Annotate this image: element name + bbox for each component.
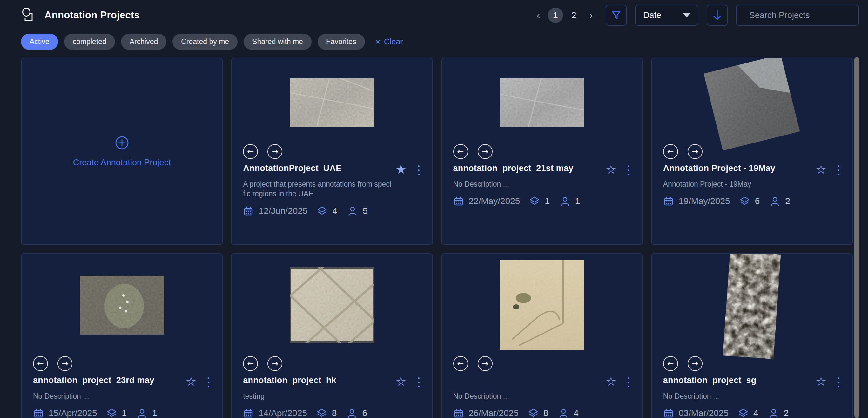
vertical-scrollbar[interactable] [854, 57, 860, 418]
more-options-icon[interactable] [836, 376, 841, 388]
pagination-next-icon[interactable]: › [585, 10, 597, 21]
sort-dropdown[interactable]: Date [635, 5, 699, 26]
members-count: 2 [784, 408, 789, 418]
members-count: 5 [363, 206, 368, 216]
thumbnail-area [442, 259, 642, 351]
layers-count: 8 [544, 408, 549, 418]
next-image-button[interactable]: → [688, 144, 703, 159]
layers-icon [738, 408, 749, 418]
layers-icon [106, 408, 117, 418]
project-card[interactable]: ← → annotation_project_sg ☆ No Descripti… [651, 253, 853, 418]
pagination-prev-icon[interactable]: ‹ [532, 10, 545, 21]
card-content: annotation_project_21st may ☆ No Descrip… [442, 159, 642, 206]
calendar-icon [453, 408, 464, 418]
prev-image-button[interactable]: ← [243, 144, 258, 159]
more-options-icon[interactable] [206, 376, 211, 388]
next-image-button[interactable]: → [688, 356, 703, 371]
favorite-star-icon[interactable]: ☆ [815, 376, 827, 387]
project-date: 22/May/2025 [469, 196, 520, 206]
calendar-icon [663, 196, 674, 206]
project-description: testing [243, 391, 393, 401]
person-icon [347, 206, 358, 217]
prev-image-button[interactable]: ← [663, 356, 678, 371]
project-description: A project that presents annotations from… [243, 179, 393, 199]
calendar-icon [453, 196, 464, 206]
funnel-icon [611, 10, 621, 20]
layers-count: 6 [755, 196, 760, 206]
clear-filters-button[interactable]: × Clear [375, 37, 403, 46]
prev-image-button[interactable]: ← [243, 356, 258, 371]
more-options-icon[interactable] [626, 164, 631, 176]
project-card[interactable]: ← → AnnotationProject_UAE ★ A project th… [231, 58, 433, 245]
layers-icon [528, 408, 539, 418]
favorite-star-icon[interactable]: ★ [395, 164, 406, 175]
favorite-star-icon[interactable]: ☆ [815, 164, 827, 175]
prev-image-button[interactable]: ← [453, 144, 468, 159]
person-icon [346, 408, 357, 418]
project-thumbnail [500, 260, 584, 350]
calendar-icon [663, 408, 674, 418]
next-image-button[interactable]: → [268, 144, 282, 159]
create-annotation-project-card[interactable]: Create Annotation Project [21, 58, 223, 245]
more-options-icon[interactable] [626, 376, 631, 388]
favorite-star-icon[interactable]: ☆ [185, 376, 196, 387]
more-options-icon[interactable] [836, 164, 841, 176]
chip-shared-with-me[interactable]: Shared with me [244, 34, 312, 50]
project-title: annotation_project_21st may [453, 163, 574, 174]
project-title: Annotation Project - 19May [663, 163, 775, 174]
chip-created-by-me[interactable]: Created by me [173, 34, 238, 50]
project-title: AnnotationProject_UAE [243, 163, 341, 174]
thumbnail-area [22, 259, 222, 351]
members-count: 2 [785, 196, 790, 206]
project-thumbnail [80, 276, 164, 334]
person-icon [560, 196, 570, 206]
sort-dropdown-value: Date [643, 10, 661, 20]
project-meta: 12/Jun/2025 4 5 [243, 206, 421, 217]
search-input[interactable] [749, 10, 862, 20]
prev-image-button[interactable]: ← [663, 144, 678, 159]
members-count: 6 [362, 408, 367, 418]
project-card[interactable]: ← → annotation_project_21st may ☆ No Des… [441, 58, 643, 245]
more-options-icon[interactable] [416, 376, 422, 388]
project-title: annotation_project_sg [663, 376, 756, 386]
chip-completed[interactable]: completed [64, 34, 115, 50]
prev-image-button[interactable]: ← [33, 356, 48, 371]
next-image-button[interactable]: → [478, 356, 493, 371]
card-content: annotation_project_23rd may ☆ No Descrip… [22, 371, 222, 418]
project-card[interactable]: ← → annotation_project_23rd may ☆ No Des… [21, 253, 223, 418]
favorite-star-icon[interactable]: ☆ [606, 376, 616, 387]
favorite-star-icon[interactable]: ☆ [395, 376, 406, 387]
thumbnail-nav: ← → [652, 356, 852, 371]
filter-button[interactable] [606, 5, 627, 26]
layers-count: 1 [545, 196, 550, 206]
thumbnail-nav: ← → [22, 356, 222, 371]
thumbnail-area [652, 66, 852, 139]
pagination-page-1[interactable]: 1 [548, 8, 563, 23]
project-date: 03/Mar/2025 [679, 408, 728, 418]
project-card[interactable]: ← → Annotation Project - 19May ☆ Annotat… [651, 58, 853, 245]
next-image-button[interactable]: → [478, 144, 493, 159]
more-options-icon[interactable] [416, 164, 422, 176]
prev-image-button[interactable]: ← [453, 356, 468, 371]
thumbnail-area [231, 66, 432, 139]
project-card[interactable]: ← → annotation_project_hk ☆ testing 14/A [231, 253, 433, 418]
chip-active[interactable]: Active [21, 34, 58, 50]
layers-count: 8 [332, 408, 337, 418]
favorite-star-icon[interactable]: ☆ [606, 164, 616, 175]
pagination-page-2[interactable]: 2 [566, 8, 582, 23]
project-meta: 26/Mar/2025 8 4 [453, 408, 631, 418]
card-content: annotation_project_sg ☆ No Description .… [652, 371, 852, 418]
annotation-projects-logo-icon [21, 7, 36, 23]
project-card[interactable]: ← → ☆ No Description ... 26/Mar/2025 [441, 253, 643, 418]
next-image-button[interactable]: → [58, 356, 72, 371]
project-thumbnail [704, 58, 800, 151]
layers-icon [739, 196, 750, 206]
projects-grid: Create Annotation Project ← → Annotation… [0, 58, 868, 418]
sort-direction-button[interactable] [707, 5, 727, 26]
project-title: annotation_project_23rd may [33, 376, 154, 386]
calendar-icon [243, 408, 254, 418]
chip-favorites[interactable]: Favorites [318, 34, 365, 50]
next-image-button[interactable]: → [268, 356, 282, 371]
chip-archived[interactable]: Archived [121, 34, 166, 50]
project-description: No Description ... [453, 179, 603, 189]
